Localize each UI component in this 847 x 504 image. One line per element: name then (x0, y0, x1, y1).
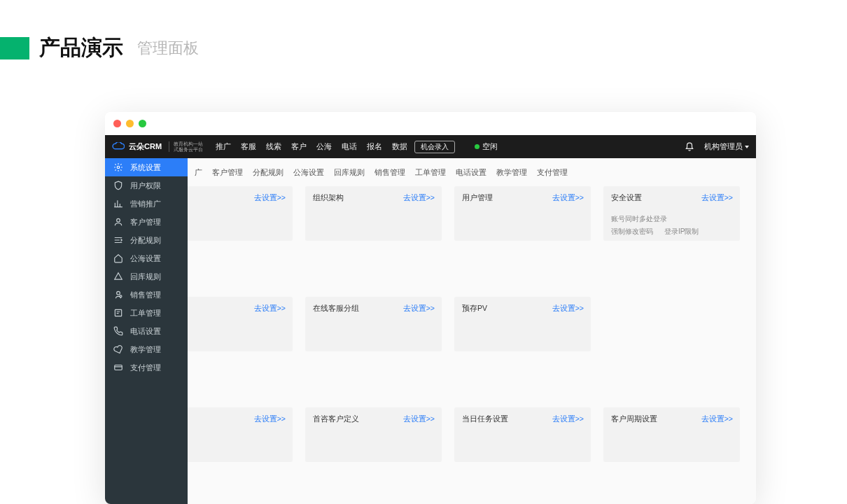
go-settings-link[interactable]: 去设置>> (701, 193, 733, 203)
sidebar-item-label: 电话设置 (130, 326, 161, 337)
tab-teaching-management[interactable]: 教学管理 (496, 168, 527, 178)
tab-payment-management[interactable]: 支付管理 (537, 168, 568, 178)
svg-point-3 (120, 295, 122, 298)
sidebar-item-marketing[interactable]: 营销推广 (105, 195, 188, 213)
window-traffic-lights (105, 112, 756, 135)
go-settings-link[interactable]: 去设置>> (552, 304, 584, 314)
settings-card-first-consult-customer[interactable]: 首咨客户定义 去设置>> (305, 407, 442, 462)
tab-sales-management[interactable]: 销售管理 (374, 168, 405, 178)
user-role-menu[interactable]: 机构管理员 (704, 141, 749, 152)
settings-card[interactable]: 置 去设置>> (188, 297, 293, 351)
sidebar: 系统设置 用户权限 营销推广 客户管理 分配规则 公海设置 (105, 158, 188, 504)
top-bar: 云朵CRM 教育机构一站 式服务云平台 推广 客服 线索 客户 公海 电话 报名… (105, 135, 756, 158)
window-maximize-icon[interactable] (139, 120, 146, 127)
go-settings-link[interactable]: 去设置>> (701, 414, 733, 424)
nav-customer[interactable]: 客户 (291, 141, 307, 152)
tab-customer-management[interactable]: 客户管理 (212, 168, 243, 178)
sidebar-item-system-settings[interactable]: 系统设置 (105, 158, 188, 176)
go-settings-link[interactable]: 去设置>> (552, 193, 584, 203)
card-title: 当日任务设置 (462, 414, 508, 423)
status-label: 空闲 (482, 141, 498, 152)
card-detail: 账号同时多处登录 (611, 214, 732, 224)
sidebar-item-label: 营销推广 (130, 199, 161, 209)
status-indicator[interactable]: 空闲 (475, 141, 498, 152)
nav-phone[interactable]: 电话 (342, 141, 357, 152)
svg-point-1 (117, 218, 120, 222)
page-title: 产品演示 (39, 34, 123, 62)
sidebar-item-return-rules[interactable]: 回库规则 (105, 267, 188, 286)
cards-grid: 去设置>> 组织架构 去设置>> 用户管理 去设置>> 安全设置 去设置>> 账… (188, 186, 756, 462)
detail-item: 账号同时多处登录 (611, 214, 667, 224)
settings-card-pv[interactable]: 预存PV 去设置>> (454, 297, 591, 351)
settings-card-org-structure[interactable]: 组织架构 去设置>> (305, 186, 442, 241)
go-settings-link[interactable]: 去设置>> (403, 414, 435, 424)
nav-service[interactable]: 客服 (241, 141, 256, 152)
go-settings-link[interactable]: 去设置>> (403, 304, 435, 314)
sidebar-item-payment-management[interactable]: 支付管理 (105, 358, 188, 377)
settings-card-daily-task[interactable]: 当日任务设置 去设置>> (454, 407, 591, 462)
bell-icon[interactable] (685, 142, 694, 152)
settings-card[interactable]: 去设置>> (188, 186, 293, 241)
tab-assignment-rules[interactable]: 分配规则 (253, 168, 284, 178)
main-content: 广 客户管理 分配规则 公海设置 回库规则 销售管理 工单管理 电话设置 教学管… (188, 158, 756, 504)
settings-card[interactable]: 则 去设置>> (188, 407, 293, 462)
go-settings-link[interactable]: 去设置>> (552, 414, 584, 424)
card-title: 安全设置 (611, 193, 642, 202)
sidebar-item-assignment-rules[interactable]: 分配规则 (105, 231, 188, 249)
phone-icon (113, 326, 123, 336)
sidebar-item-ticket-management[interactable]: 工单管理 (105, 304, 188, 322)
card-title: 用户管理 (462, 193, 493, 202)
nav-data[interactable]: 数据 (392, 141, 407, 152)
sidebar-item-user-permissions[interactable]: 用户权限 (105, 176, 188, 195)
settings-card-user-management[interactable]: 用户管理 去设置>> (454, 186, 591, 241)
card-detail: 强制修改密码 登录IP限制 (611, 227, 732, 237)
card-title: 在线客服分组 (313, 304, 359, 312)
sidebar-item-label: 销售管理 (130, 290, 161, 300)
settings-card-security[interactable]: 安全设置 去设置>> 账号同时多处登录 强制修改密码 登录IP限制 (603, 186, 740, 241)
house-icon (113, 253, 123, 263)
nav-promote[interactable]: 推广 (216, 141, 231, 152)
sidebar-item-sales-management[interactable]: 销售管理 (105, 286, 188, 304)
settings-card-online-service-groups[interactable]: 在线客服分组 去设置>> (305, 297, 442, 351)
tab-return-rules[interactable]: 回库规则 (334, 168, 365, 178)
sidebar-item-pool-settings[interactable]: 公海设置 (105, 249, 188, 267)
sidebar-item-teaching-management[interactable]: 教学管理 (105, 340, 188, 358)
sidebar-item-label: 客户管理 (130, 217, 161, 227)
go-settings-link[interactable]: 去设置>> (254, 414, 286, 424)
tabs-row: 广 客户管理 分配规则 公海设置 回库规则 销售管理 工单管理 电话设置 教学管… (188, 158, 756, 186)
window-close-icon[interactable] (113, 120, 121, 127)
detail-item: 强制修改密码 (611, 227, 653, 237)
sidebar-item-label: 工单管理 (130, 308, 161, 318)
detail-item: 登录IP限制 (664, 227, 699, 237)
logo[interactable]: 云朵CRM 教育机构一站 式服务云平台 (112, 141, 203, 152)
teach-icon (113, 344, 123, 354)
logo-tagline: 教育机构一站 式服务云平台 (169, 141, 203, 152)
tab-pool-settings[interactable]: 公海设置 (293, 168, 324, 178)
sidebar-item-customer-management[interactable]: 客户管理 (105, 213, 188, 231)
window-minimize-icon[interactable] (126, 120, 134, 127)
card-title: 首咨客户定义 (313, 414, 359, 423)
chevron-down-icon (745, 146, 749, 148)
tab-promotion[interactable]: 广 (192, 168, 202, 178)
go-settings-link[interactable]: 去设置>> (254, 193, 286, 203)
chart-icon (113, 199, 123, 209)
pay-icon (113, 363, 123, 372)
sidebar-item-phone-settings[interactable]: 电话设置 (105, 322, 188, 340)
tab-ticket-management[interactable]: 工单管理 (415, 168, 446, 178)
go-settings-link[interactable]: 去设置>> (254, 304, 286, 314)
page-heading: 产品演示 管理面板 (0, 0, 847, 76)
record-opportunity-button[interactable]: 机会录入 (414, 141, 455, 153)
sidebar-item-label: 回库规则 (130, 272, 161, 282)
tab-phone-settings[interactable]: 电话设置 (456, 168, 486, 178)
status-dot-icon (475, 144, 479, 149)
nav-leads[interactable]: 线索 (266, 141, 281, 152)
nav-signup[interactable]: 报名 (367, 141, 382, 152)
sidebar-item-label: 教学管理 (130, 344, 161, 355)
card-title: 组织架构 (313, 193, 344, 202)
page-subtitle: 管理面板 (137, 38, 199, 59)
top-right: 机构管理员 (685, 141, 749, 152)
body-area: 系统设置 用户权限 营销推广 客户管理 分配规则 公海设置 (105, 158, 756, 504)
settings-card-customer-cycle[interactable]: 客户周期设置 去设置>> (603, 407, 740, 462)
nav-pool[interactable]: 公海 (316, 141, 332, 152)
go-settings-link[interactable]: 去设置>> (403, 193, 435, 203)
